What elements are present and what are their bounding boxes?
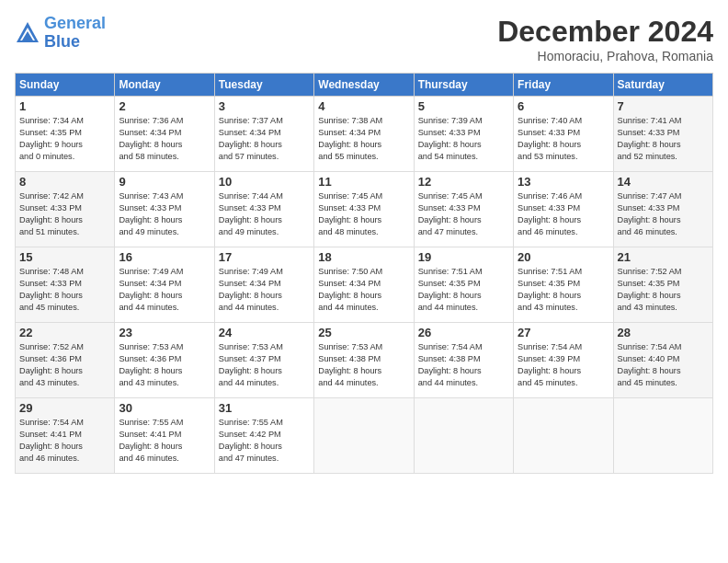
table-row: 3Sunrise: 7:37 AMSunset: 4:34 PMDaylight… — [214, 97, 313, 172]
table-row: 28Sunrise: 7:54 AMSunset: 4:40 PMDayligh… — [613, 323, 712, 398]
location-subtitle: Homoraciu, Prahova, Romania — [497, 49, 713, 63]
table-row: 18Sunrise: 7:50 AMSunset: 4:34 PMDayligh… — [314, 247, 414, 323]
header: General Blue December 2024 Homoraciu, Pr… — [15, 15, 713, 63]
table-row — [613, 398, 712, 474]
table-row: 17Sunrise: 7:49 AMSunset: 4:34 PMDayligh… — [214, 247, 313, 323]
logo-text: General Blue — [44, 15, 106, 52]
table-row — [414, 398, 513, 474]
table-row — [514, 398, 613, 474]
week-row: 8Sunrise: 7:42 AMSunset: 4:33 PMDaylight… — [16, 172, 713, 247]
table-row: 7Sunrise: 7:41 AMSunset: 4:33 PMDaylight… — [613, 97, 712, 172]
col-thursday: Thursday — [414, 74, 513, 97]
logo-icon — [15, 20, 40, 46]
table-row: 10Sunrise: 7:44 AMSunset: 4:33 PMDayligh… — [214, 172, 313, 247]
col-monday: Monday — [115, 74, 214, 97]
table-row: 6Sunrise: 7:40 AMSunset: 4:33 PMDaylight… — [514, 97, 613, 172]
col-saturday: Saturday — [613, 74, 712, 97]
table-row: 23Sunrise: 7:53 AMSunset: 4:36 PMDayligh… — [115, 323, 214, 398]
week-row: 15Sunrise: 7:48 AMSunset: 4:33 PMDayligh… — [16, 247, 713, 323]
table-row: 2Sunrise: 7:36 AMSunset: 4:34 PMDaylight… — [115, 97, 214, 172]
table-row: 31Sunrise: 7:55 AMSunset: 4:42 PMDayligh… — [214, 398, 313, 474]
col-friday: Friday — [514, 74, 613, 97]
table-row: 11Sunrise: 7:45 AMSunset: 4:33 PMDayligh… — [314, 172, 414, 247]
table-row: 13Sunrise: 7:46 AMSunset: 4:33 PMDayligh… — [514, 172, 613, 247]
table-row: 27Sunrise: 7:54 AMSunset: 4:39 PMDayligh… — [514, 323, 613, 398]
table-row: 4Sunrise: 7:38 AMSunset: 4:34 PMDaylight… — [314, 97, 414, 172]
table-row: 30Sunrise: 7:55 AMSunset: 4:41 PMDayligh… — [115, 398, 214, 474]
col-wednesday: Wednesday — [314, 74, 414, 97]
table-row: 12Sunrise: 7:45 AMSunset: 4:33 PMDayligh… — [414, 172, 513, 247]
table-row: 26Sunrise: 7:54 AMSunset: 4:38 PMDayligh… — [414, 323, 513, 398]
table-row: 24Sunrise: 7:53 AMSunset: 4:37 PMDayligh… — [214, 323, 313, 398]
table-row: 15Sunrise: 7:48 AMSunset: 4:33 PMDayligh… — [16, 247, 115, 323]
page-container: General Blue December 2024 Homoraciu, Pr… — [0, 0, 728, 481]
week-row: 22Sunrise: 7:52 AMSunset: 4:36 PMDayligh… — [16, 323, 713, 398]
table-row: 29Sunrise: 7:54 AMSunset: 4:41 PMDayligh… — [16, 398, 115, 474]
table-row: 21Sunrise: 7:52 AMSunset: 4:35 PMDayligh… — [613, 247, 712, 323]
month-title: December 2024 — [497, 15, 713, 49]
col-tuesday: Tuesday — [214, 74, 313, 97]
table-row: 1Sunrise: 7:34 AMSunset: 4:35 PMDaylight… — [16, 97, 115, 172]
week-row: 29Sunrise: 7:54 AMSunset: 4:41 PMDayligh… — [16, 398, 713, 474]
title-block: December 2024 Homoraciu, Prahova, Romani… — [497, 15, 713, 63]
logo: General Blue — [15, 15, 106, 52]
calendar-table: Sunday Monday Tuesday Wednesday Thursday… — [15, 73, 713, 474]
table-row: 14Sunrise: 7:47 AMSunset: 4:33 PMDayligh… — [613, 172, 712, 247]
table-row: 9Sunrise: 7:43 AMSunset: 4:33 PMDaylight… — [115, 172, 214, 247]
table-row: 5Sunrise: 7:39 AMSunset: 4:33 PMDaylight… — [414, 97, 513, 172]
table-row: 8Sunrise: 7:42 AMSunset: 4:33 PMDaylight… — [16, 172, 115, 247]
table-row — [314, 398, 414, 474]
table-row: 16Sunrise: 7:49 AMSunset: 4:34 PMDayligh… — [115, 247, 214, 323]
table-row: 20Sunrise: 7:51 AMSunset: 4:35 PMDayligh… — [514, 247, 613, 323]
col-sunday: Sunday — [16, 74, 115, 97]
table-row: 22Sunrise: 7:52 AMSunset: 4:36 PMDayligh… — [16, 323, 115, 398]
table-row: 19Sunrise: 7:51 AMSunset: 4:35 PMDayligh… — [414, 247, 513, 323]
week-row: 1Sunrise: 7:34 AMSunset: 4:35 PMDaylight… — [16, 97, 713, 172]
header-row: Sunday Monday Tuesday Wednesday Thursday… — [16, 74, 713, 97]
table-row: 25Sunrise: 7:53 AMSunset: 4:38 PMDayligh… — [314, 323, 414, 398]
